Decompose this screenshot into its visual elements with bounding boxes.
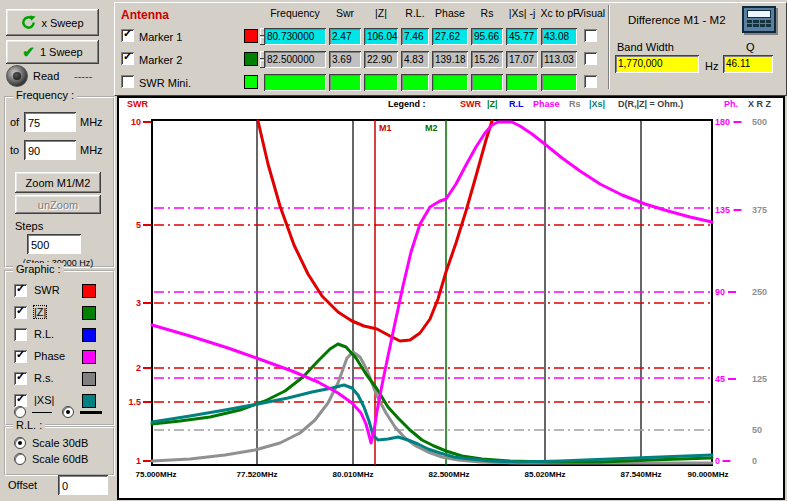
- frequency-group-title: Frequency :: [13, 89, 77, 101]
- marker1-color-swatch: [244, 29, 258, 43]
- scale-30db-radio[interactable]: [14, 437, 26, 449]
- col-header-swr: Swr: [329, 7, 361, 19]
- swr-tick-label: 5: [136, 220, 141, 230]
- m1-xs-value: 45.77: [506, 28, 538, 45]
- freq-to-unit: MHz: [80, 144, 103, 156]
- legend-item: D(R,|Z| = Ohm.): [618, 99, 683, 109]
- marker1-flag-label: M1: [379, 123, 392, 133]
- freq-to-input[interactable]: [24, 140, 76, 160]
- phase-tick-label: 0: [715, 456, 720, 466]
- freq-from-unit: MHz: [80, 116, 103, 128]
- graphic-swr-checkbox[interactable]: [14, 284, 27, 297]
- freq-from-label: of: [10, 116, 19, 128]
- swr-tick-label: 3: [136, 298, 141, 308]
- m2-xc-value: 113.03: [541, 51, 577, 68]
- one-sweep-button[interactable]: ✔ 1 Sweep: [6, 40, 99, 64]
- m2-visual-checkbox[interactable]: [584, 52, 597, 65]
- frequency-group: Frequency : of MHz to MHz Zoom M1/M2 unZ…: [4, 96, 115, 268]
- m1-visual-checkbox[interactable]: [584, 29, 597, 42]
- swr-mini-cell: [432, 74, 468, 91]
- col-header-phase: Phase: [432, 7, 468, 19]
- hz-unit-label: Hz: [705, 60, 718, 72]
- swr-tick-label: 10: [131, 117, 141, 127]
- swr-mini-color-swatch: [244, 75, 258, 89]
- m1-rl-value: 7.46: [401, 28, 429, 45]
- swr-mini-cell: [471, 74, 503, 91]
- marker1-label: Marker 1: [139, 31, 182, 43]
- marker2-checkbox[interactable]: [121, 52, 134, 65]
- swr-tick-label: 1.5: [128, 397, 141, 407]
- thick-line-sample: [80, 411, 102, 414]
- graphic-z-checkbox[interactable]: [14, 306, 27, 319]
- swr-mini-visual-checkbox[interactable]: [584, 75, 597, 88]
- col-header-rs: Rs: [471, 7, 503, 19]
- ohm-tick-label: 125: [752, 374, 767, 384]
- graphic-swr-label: SWR: [34, 284, 60, 296]
- swr-mini-cell: [264, 74, 326, 91]
- x-tick-label: 75.000MHz: [136, 470, 177, 479]
- x-tick-label: 87.540MHz: [621, 470, 662, 479]
- offset-input[interactable]: [58, 475, 108, 495]
- bandwidth-value: 1,770,000: [615, 55, 699, 73]
- swr-mini-label: SWR Mini.: [139, 77, 191, 89]
- graphic-group-title: Graphic :: [13, 263, 64, 275]
- ohm-tick-label: 375: [752, 205, 767, 215]
- thin-line-sample: [32, 412, 52, 413]
- rl-scale-group: R.L. : Scale 30dB Scale 60dB: [4, 426, 115, 476]
- swr-mini-cell: [401, 74, 429, 91]
- steps-input[interactable]: [27, 234, 81, 254]
- rl-group-title: R.L. :: [13, 419, 45, 431]
- calculator-icon[interactable]: [742, 6, 776, 33]
- read-led-icon[interactable]: [6, 65, 28, 87]
- m2-frequency-value[interactable]: 82.500000: [264, 51, 326, 68]
- x-sweep-button[interactable]: x Sweep: [6, 9, 99, 36]
- z-curve: [152, 344, 712, 462]
- ohm-tick-label: 500: [752, 117, 767, 127]
- m2-z-value: 22.90: [364, 51, 398, 68]
- swr-mini-checkbox[interactable]: [121, 75, 134, 88]
- m2-swr-value: 3.69: [329, 51, 361, 68]
- q-value: 46.11: [723, 55, 773, 73]
- m2-rl-value: 4.83: [401, 51, 429, 68]
- check-icon: ✔: [22, 43, 35, 61]
- col-header-rl: R.L.: [401, 7, 429, 19]
- read-dashes: -----: [74, 70, 92, 82]
- rs-curve: [152, 352, 712, 463]
- phase-tick-label: 45: [715, 374, 725, 384]
- zoom-m1-m2-button[interactable]: Zoom M1/M2: [15, 172, 101, 193]
- swr-mini-cell: [364, 74, 398, 91]
- m2-rs-value: 15.26: [471, 51, 503, 68]
- line-thick-radio[interactable]: [62, 406, 74, 418]
- col-header-frequency: Frequency: [264, 7, 326, 19]
- graphic-rl-checkbox[interactable]: [14, 328, 27, 341]
- bandwidth-label: Band Width: [617, 41, 674, 53]
- x-tick-label: 80.010MHz: [333, 470, 374, 479]
- phase-axis-title: Ph.: [724, 99, 738, 109]
- phase-curve: [152, 122, 712, 443]
- m1-frequency-value[interactable]: 80.730000: [264, 28, 326, 45]
- graphic-phase-swatch: [82, 350, 96, 364]
- m1-xc-value: 43.08: [541, 28, 577, 45]
- m1-swr-value: 2.47: [329, 28, 361, 45]
- graphic-rs-checkbox[interactable]: [14, 372, 27, 385]
- graphic-z-label: |Z|: [34, 306, 46, 318]
- marker1-checkbox[interactable]: [121, 29, 134, 42]
- graphic-z-swatch: [82, 306, 96, 320]
- app-window: x Sweep ✔ 1 Sweep Read ----- Frequency :…: [0, 0, 787, 501]
- line-thin-radio[interactable]: [14, 406, 26, 418]
- scale-30db-label: Scale 30dB: [32, 437, 88, 449]
- graphic-swr-swatch: [82, 284, 96, 298]
- unzoom-label: unZoom: [38, 199, 78, 211]
- legend-item: R.L: [509, 99, 524, 109]
- ohm-axis-title: X R Z: [748, 99, 772, 109]
- ohm-tick-label: 0: [752, 456, 757, 466]
- graphic-rs-swatch: [82, 372, 96, 386]
- phase-tick-label: 135: [715, 205, 730, 215]
- swr-mini-cell: [506, 74, 538, 91]
- graphic-phase-label: Phase: [34, 350, 65, 362]
- swr-tick-label: 1: [136, 456, 141, 466]
- scale-60db-radio[interactable]: [14, 453, 26, 465]
- graphic-phase-checkbox[interactable]: [14, 350, 27, 363]
- unzoom-button[interactable]: unZoom: [15, 195, 101, 214]
- freq-from-input[interactable]: [24, 112, 76, 132]
